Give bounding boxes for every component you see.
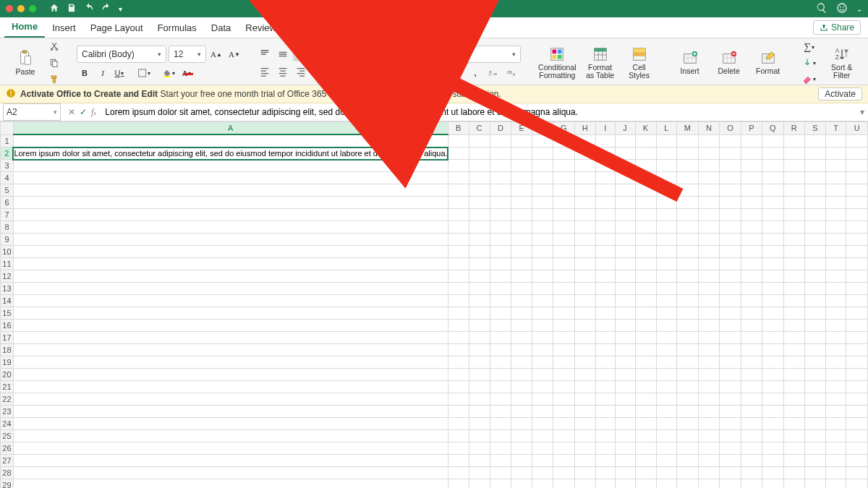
cell[interactable]: [635, 295, 656, 307]
cell[interactable]: [13, 307, 448, 320]
row-header[interactable]: 21: [1, 381, 14, 393]
cell[interactable]: [720, 406, 741, 418]
orientation-button[interactable]: ab▾: [320, 47, 336, 61]
cell[interactable]: [846, 270, 868, 283]
cell[interactable]: [574, 393, 595, 406]
italic-button[interactable]: I: [95, 66, 111, 80]
cell[interactable]: [762, 295, 783, 307]
row-header[interactable]: 12: [1, 270, 14, 283]
cell[interactable]: [825, 332, 846, 344]
cell[interactable]: [635, 479, 656, 489]
cell[interactable]: [846, 307, 868, 320]
cell[interactable]: [511, 356, 532, 369]
row-header[interactable]: 29: [1, 479, 14, 489]
cell[interactable]: [469, 344, 490, 356]
cell[interactable]: [13, 209, 448, 221]
cell[interactable]: [448, 258, 469, 270]
cell[interactable]: [511, 369, 532, 381]
cell[interactable]: [511, 295, 532, 307]
sort-filter-button[interactable]: AZ Sort & Filter: [824, 45, 860, 81]
cell[interactable]: [825, 381, 846, 393]
cell[interactable]: [448, 381, 469, 393]
cell[interactable]: [615, 283, 635, 295]
row-header[interactable]: 3: [1, 160, 14, 172]
cell[interactable]: [676, 418, 698, 430]
cell[interactable]: [490, 455, 511, 467]
align-right-button[interactable]: [293, 64, 309, 79]
cell[interactable]: [553, 430, 574, 442]
cell[interactable]: [741, 418, 762, 430]
cell[interactable]: [532, 147, 553, 160]
cell[interactable]: [804, 160, 825, 172]
cell[interactable]: [762, 356, 783, 369]
cell[interactable]: [448, 418, 469, 430]
cell[interactable]: [490, 172, 511, 184]
cell[interactable]: [574, 283, 595, 295]
cell[interactable]: [448, 221, 469, 234]
row-header[interactable]: 15: [1, 307, 14, 320]
cell[interactable]: [846, 455, 868, 467]
cell[interactable]: [448, 270, 469, 283]
cell[interactable]: [698, 270, 719, 283]
cell[interactable]: [635, 134, 656, 147]
cell[interactable]: [511, 209, 532, 221]
column-header[interactable]: U: [846, 122, 868, 135]
cell[interactable]: [635, 160, 656, 172]
cell[interactable]: [511, 406, 532, 418]
cell[interactable]: [720, 246, 741, 258]
cell[interactable]: [804, 134, 825, 147]
cell[interactable]: [615, 246, 635, 258]
cell[interactable]: [532, 467, 553, 479]
cell[interactable]: [532, 393, 553, 406]
cell[interactable]: [13, 455, 448, 467]
cell[interactable]: [698, 479, 719, 489]
cell[interactable]: [635, 344, 656, 356]
cell[interactable]: [13, 430, 448, 442]
cell[interactable]: [635, 307, 656, 320]
cell[interactable]: [698, 393, 719, 406]
cell[interactable]: [595, 184, 615, 197]
cell[interactable]: [635, 283, 656, 295]
cell[interactable]: [825, 160, 846, 172]
cell[interactable]: [532, 479, 553, 489]
cell[interactable]: [532, 270, 553, 283]
cell[interactable]: [762, 332, 783, 344]
cell[interactable]: [825, 184, 846, 197]
cell[interactable]: [720, 320, 741, 332]
cell[interactable]: [825, 344, 846, 356]
cell[interactable]: [532, 455, 553, 467]
cut-button[interactable]: [46, 39, 62, 53]
column-header[interactable]: N: [698, 122, 719, 135]
decrease-decimal-button[interactable]: .00.0: [503, 66, 519, 80]
cell[interactable]: [469, 246, 490, 258]
cell[interactable]: [762, 455, 783, 467]
cell[interactable]: [741, 283, 762, 295]
cell[interactable]: [448, 184, 469, 197]
cell[interactable]: [741, 430, 762, 442]
cell[interactable]: [804, 234, 825, 246]
cell[interactable]: [656, 221, 676, 234]
cell[interactable]: [846, 147, 868, 160]
increase-font-size-button[interactable]: A▲: [208, 47, 224, 61]
cell[interactable]: [469, 320, 490, 332]
cell[interactable]: [448, 246, 469, 258]
cell-styles-button[interactable]: Cell Styles: [621, 45, 658, 81]
cell[interactable]: [511, 172, 532, 184]
cell[interactable]: [615, 270, 635, 283]
cell[interactable]: [783, 234, 804, 246]
cell[interactable]: [846, 369, 868, 381]
cell[interactable]: [635, 246, 656, 258]
column-header[interactable]: D: [490, 122, 511, 135]
row-header[interactable]: 10: [1, 246, 14, 258]
cell[interactable]: [656, 160, 676, 172]
cell[interactable]: [532, 356, 553, 369]
cell[interactable]: [783, 406, 804, 418]
cell[interactable]: [698, 430, 719, 442]
delete-cells-button[interactable]: Delete: [711, 48, 747, 77]
cell[interactable]: [595, 455, 615, 467]
cell[interactable]: [741, 442, 762, 455]
cell[interactable]: [635, 184, 656, 197]
cell[interactable]: [532, 197, 553, 209]
cell[interactable]: [825, 479, 846, 489]
cell[interactable]: [698, 344, 719, 356]
